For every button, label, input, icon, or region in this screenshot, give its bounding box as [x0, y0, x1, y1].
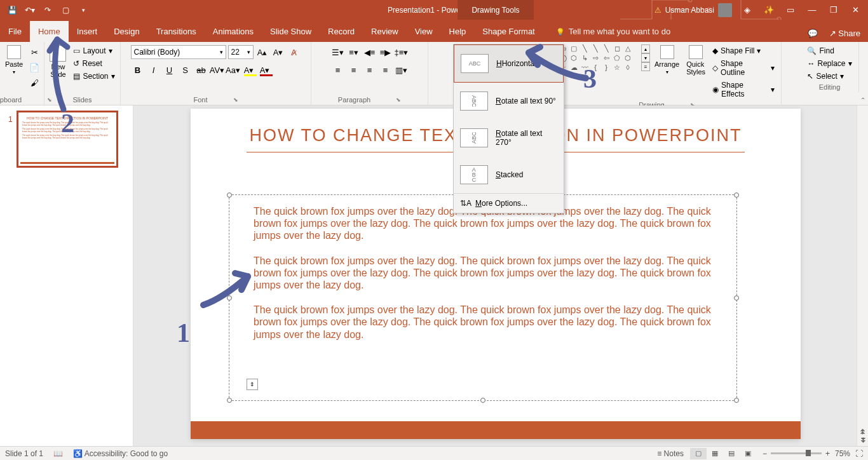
line-spacing-button[interactable]: ‡≡▾ — [395, 45, 409, 59]
cut-icon[interactable]: ✂ — [27, 45, 41, 59]
dropdown-more-options[interactable]: ⇅A More Options... — [454, 194, 564, 213]
vertical-scrollbar[interactable]: ⯭ ⯯ — [857, 105, 868, 446]
increase-indent-button[interactable]: ≡▶ — [379, 45, 393, 59]
change-case-button[interactable]: Aa▾ — [226, 63, 240, 77]
resize-handle-e[interactable] — [734, 295, 739, 301]
dropdown-stacked[interactable]: ABC Stacked — [454, 156, 564, 193]
dropdown-horizontal[interactable]: ABC HHorizontal — [454, 44, 564, 83]
shape-outline-button[interactable]: ◇ Shape Outline ▾ — [710, 58, 777, 78]
strikethrough-button[interactable]: ab — [194, 63, 208, 77]
increase-font-icon[interactable]: A▴ — [255, 45, 269, 59]
zoom-out-button[interactable]: − — [763, 449, 767, 458]
accessibility-status[interactable]: ♿ Accessibility: Good to go — [73, 449, 168, 458]
slideshow-view-icon[interactable]: ▣ — [740, 448, 756, 459]
reset-button[interactable]: ↺ Reset — [71, 58, 117, 69]
resize-handle-nw[interactable] — [227, 193, 232, 198]
magic-wand-icon[interactable]: ✨ — [763, 4, 775, 17]
paste-button[interactable]: Paste ▾ — [3, 44, 25, 76]
bold-button[interactable]: B — [131, 63, 145, 77]
decrease-indent-button[interactable]: ◀≡ — [363, 45, 377, 59]
italic-button[interactable]: I — [147, 63, 161, 77]
reading-view-icon[interactable]: ▤ — [723, 448, 740, 459]
paragraph-2[interactable]: The quick brown fox jumps over the lazy … — [229, 252, 736, 294]
resize-handle-s[interactable] — [480, 398, 485, 403]
shapes-scroll[interactable]: ▴▾≡ — [641, 44, 650, 71]
char-spacing-button[interactable]: AV▾ — [210, 63, 224, 77]
font-color-button[interactable]: A▾ — [258, 63, 272, 77]
next-slide-icon[interactable]: ⯯ — [860, 436, 866, 443]
restore-icon[interactable]: ❐ — [827, 4, 840, 17]
tab-review[interactable]: Review — [363, 21, 407, 42]
highlight-button[interactable]: A▾ — [242, 63, 256, 77]
paragraph-dialog-launcher[interactable]: ⬊ — [396, 97, 401, 103]
arrange-button[interactable]: Arrange▾ — [652, 44, 682, 76]
share-button[interactable]: ↗ Share — [829, 29, 860, 38]
numbering-button[interactable]: ≡▾ — [347, 45, 361, 59]
qat-customize-icon[interactable]: ▾ — [78, 4, 89, 16]
tab-file[interactable]: File — [0, 21, 30, 42]
close-icon[interactable]: ✕ — [849, 4, 862, 17]
zoom-slider[interactable] — [771, 452, 822, 454]
find-button[interactable]: 🔍 Find — [804, 45, 836, 57]
dropdown-rotate-270[interactable]: ABC Rotate all text 270° — [454, 119, 564, 156]
tab-transitions[interactable]: Transitions — [148, 21, 205, 42]
font-name-selector[interactable]: Calibri (Body)▾ — [131, 45, 226, 59]
resize-handle-ne[interactable] — [734, 193, 739, 198]
shapes-gallery[interactable]: ▭▢╲╲╲◻△ ◯⬡↳⇨⇦⬠⬡ ☆☁〰{}☆◊ — [557, 44, 639, 72]
prev-slide-icon[interactable]: ⯭ — [860, 428, 866, 435]
tab-insert[interactable]: Insert — [69, 21, 106, 42]
notes-button[interactable]: ≡ Notes — [657, 449, 684, 458]
tell-me-search[interactable]: Tell me what you want to do — [551, 21, 675, 42]
save-icon[interactable]: 💾 — [6, 4, 18, 16]
justify-button[interactable]: ≡ — [379, 63, 393, 77]
layout-button[interactable]: ▭ Layout ▾ — [71, 45, 117, 57]
spelling-status-icon[interactable]: 📖 — [53, 449, 63, 458]
tab-slideshow[interactable]: Slide Show — [262, 21, 320, 42]
tab-animations[interactable]: Animations — [205, 21, 262, 42]
zoom-level[interactable]: 75% — [835, 449, 850, 458]
shape-fill-button[interactable]: ◆ Shape Fill ▾ — [710, 45, 777, 57]
shape-effects-button[interactable]: ◉ Shape Effects ▾ — [710, 79, 777, 100]
align-center-button[interactable]: ≡ — [347, 63, 361, 77]
user-account[interactable]: ⚠ Usman Abbasi — [654, 3, 732, 17]
replace-button[interactable]: ↔ Replace ▾ — [804, 58, 854, 69]
resize-handle-sw[interactable] — [227, 398, 232, 403]
bullets-button[interactable]: ☰▾ — [331, 45, 345, 59]
undo-icon[interactable]: ↶▾ — [24, 4, 36, 16]
tab-view[interactable]: View — [407, 21, 441, 42]
zoom-in-button[interactable]: + — [825, 449, 830, 458]
resize-handle-w[interactable] — [227, 295, 232, 301]
section-button[interactable]: ▤ Section ▾ — [71, 71, 117, 82]
align-left-button[interactable]: ≡ — [331, 63, 345, 77]
format-painter-icon[interactable]: 🖌 — [27, 76, 41, 90]
slideshow-qat-icon[interactable]: ▢ — [60, 4, 71, 16]
redo-icon[interactable]: ↷ — [42, 4, 53, 16]
tab-home[interactable]: Home — [30, 21, 69, 42]
columns-button[interactable]: ▥▾ — [395, 63, 409, 77]
tab-help[interactable]: Help — [441, 21, 475, 42]
shadow-button[interactable]: S — [179, 63, 193, 77]
font-size-selector[interactable]: 22▾ — [228, 45, 254, 59]
autofit-options-icon[interactable]: ⇕ — [247, 379, 258, 390]
selected-textbox[interactable]: The quick brown fox jumps over the lazy … — [229, 194, 737, 401]
minimize-icon[interactable]: — — [806, 4, 818, 17]
fit-to-window-icon[interactable]: ⛶ — [855, 449, 863, 458]
tab-record[interactable]: Record — [320, 21, 363, 42]
decrease-font-icon[interactable]: A▾ — [271, 45, 285, 59]
resize-handle-se[interactable] — [734, 398, 739, 403]
comments-icon[interactable]: 💬 — [808, 29, 818, 38]
ribbon-display-icon[interactable]: ▭ — [784, 4, 797, 17]
select-button[interactable]: ↖ Select ▾ — [804, 71, 846, 82]
new-slide-button[interactable]: New Slide — [47, 44, 69, 79]
collapse-ribbon-icon[interactable]: ⌃ — [860, 97, 865, 104]
font-dialog-launcher[interactable]: ⬊ — [233, 97, 238, 103]
copy-icon[interactable]: 📄 — [27, 60, 41, 74]
paragraph-3[interactable]: The quick brown fox jumps over the lazy … — [229, 301, 736, 343]
normal-view-icon[interactable]: ▢ — [690, 448, 707, 459]
tab-shapeformat[interactable]: Shape Format — [474, 21, 543, 42]
align-right-button[interactable]: ≡ — [363, 63, 377, 77]
clear-formatting-icon[interactable]: A̷ — [287, 45, 301, 59]
dropdown-rotate-90[interactable]: ABC Rotate all text 90° — [454, 83, 564, 119]
tab-design[interactable]: Design — [105, 21, 147, 42]
underline-button[interactable]: U — [163, 63, 177, 77]
